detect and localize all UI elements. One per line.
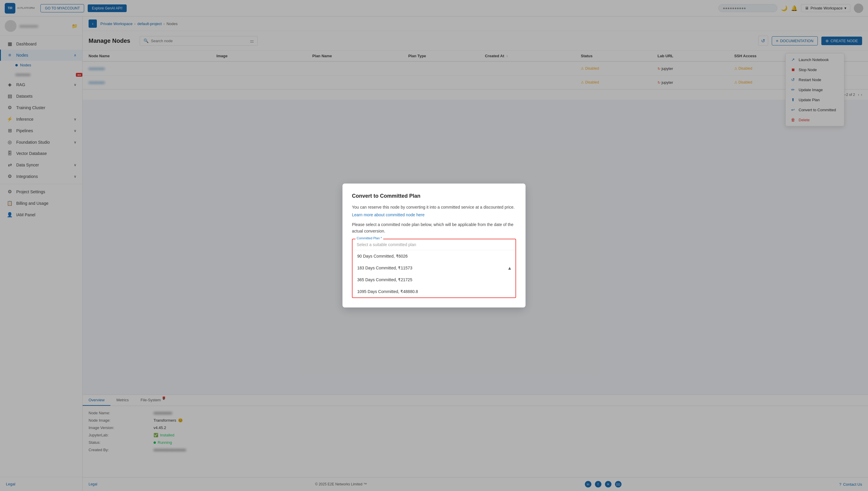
dropdown-label: Committed Plan * xyxy=(356,236,383,240)
modal-description: You can reserve this node by converting … xyxy=(352,204,516,210)
committed-plan-select[interactable]: Select a suitable committed plan 90 Days… xyxy=(353,239,515,250)
committed-plan-dropdown[interactable]: Committed Plan * Select a suitable commi… xyxy=(352,239,516,298)
dropdown-option-3[interactable]: 365 Days Committed, ₹21725 xyxy=(353,274,515,286)
modal-title: Convert to Committed Plan xyxy=(352,193,516,199)
convert-committed-modal: Convert to Committed Plan You can reserv… xyxy=(342,183,526,307)
dropdown-option-2[interactable]: 183 Days Committed, ₹11573 xyxy=(353,262,515,274)
modal-desc-text: You can reserve this node by converting … xyxy=(352,205,514,209)
modal-overlay[interactable]: Convert to Committed Plan You can reserv… xyxy=(0,0,868,491)
modal-link[interactable]: Learn more about committed node here xyxy=(352,212,424,217)
dropdown-options-list: 90 Days Committed, ₹6026 183 Days Commit… xyxy=(353,250,515,297)
dropdown-option-1[interactable]: 90 Days Committed, ₹6026 xyxy=(353,250,515,262)
dropdown-option-4[interactable]: 1095 Days Committed, ₹48880.8 xyxy=(353,286,515,297)
modal-desc2: Please select a committed node plan belo… xyxy=(352,221,516,235)
